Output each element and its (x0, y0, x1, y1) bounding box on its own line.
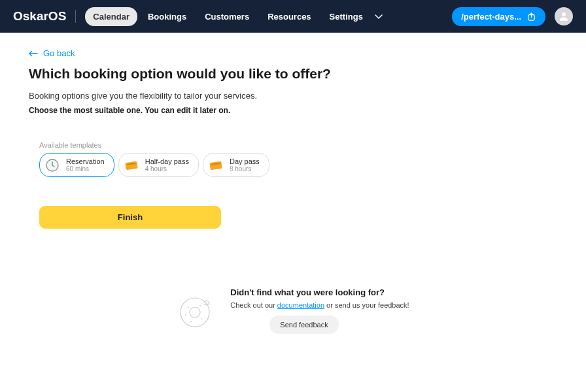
feedback-right: Didn't find what you were looking for? C… (230, 287, 409, 334)
nav-settings[interactable]: Settings (322, 7, 371, 26)
template-day-pass[interactable]: Day pass 8 hours (203, 153, 269, 177)
template-title: Half-day pass (145, 157, 189, 165)
page-note: Choose the most suitable one. You can ed… (29, 106, 557, 115)
svg-rect-5 (209, 161, 222, 169)
feedback-title: Didn't find what you were looking for? (230, 287, 385, 297)
share-link-button[interactable]: /perfect-days... (452, 7, 545, 26)
template-texts: Reservation 60 mins (66, 157, 105, 172)
template-title: Day pass (230, 157, 260, 165)
feedback-text: Check out our documentation or send us y… (230, 301, 409, 309)
svg-rect-3 (125, 161, 137, 169)
arrow-left-icon (29, 50, 38, 57)
page-subtitle: Booking options give you the flexibility… (29, 91, 557, 101)
nav-customers[interactable]: Customers (197, 7, 257, 26)
documentation-link[interactable]: documentation (277, 301, 324, 309)
template-reservation[interactable]: Reservation 60 mins (39, 153, 114, 177)
main-nav: Calendar Bookings Customers Resources Se… (85, 7, 385, 26)
feedback-suffix: or send us your feedback! (324, 301, 409, 309)
main-content: Go back Which booking option would you l… (0, 33, 586, 350)
nav-calendar[interactable]: Calendar (85, 7, 137, 26)
feedback-section: Didn't find what you were looking for? C… (29, 287, 557, 334)
go-back-label: Go back (43, 48, 75, 58)
svg-point-10 (199, 305, 201, 306)
ticket-icon (124, 158, 139, 172)
nav-bookings[interactable]: Bookings (140, 7, 194, 26)
share-icon (526, 12, 536, 22)
header: OskarOS Calendar Bookings Customers Reso… (0, 0, 586, 33)
template-title: Reservation (66, 157, 105, 165)
svg-point-11 (185, 314, 186, 316)
template-half-day-pass[interactable]: Half-day pass 4 hours (118, 153, 199, 177)
avatar[interactable] (555, 7, 573, 25)
feedback-prefix: Check out our (230, 301, 277, 309)
template-sub: 8 hours (230, 165, 260, 172)
svg-point-1 (562, 12, 566, 16)
header-divider (75, 10, 76, 23)
donut-illustration (177, 293, 217, 329)
page-title: Which booking option would you like to o… (29, 66, 557, 82)
clock-icon (45, 158, 60, 172)
svg-point-7 (181, 298, 209, 327)
finish-button[interactable]: Finish (39, 206, 221, 229)
template-sub: 4 hours (145, 165, 189, 172)
go-back-link[interactable]: Go back (29, 48, 557, 58)
logo[interactable]: OskarOS (13, 9, 66, 24)
svg-point-8 (190, 307, 200, 318)
send-feedback-button[interactable]: Send feedback (269, 316, 338, 334)
nav-resources[interactable]: Resources (260, 7, 319, 26)
svg-point-9 (188, 306, 189, 308)
share-link-label: /perfect-days... (461, 12, 521, 22)
header-left: OskarOS Calendar Bookings Customers Reso… (13, 7, 385, 26)
templates-heading: Available templates (39, 141, 557, 149)
templates-row: Reservation 60 mins Half-day pass 4 hour… (39, 153, 557, 177)
header-right: /perfect-days... (452, 7, 573, 26)
template-sub: 60 mins (66, 165, 105, 172)
template-texts: Half-day pass 4 hours (145, 157, 189, 172)
chevron-down-icon[interactable] (372, 8, 385, 25)
template-texts: Day pass 8 hours (230, 157, 260, 172)
ticket-icon (209, 158, 223, 172)
svg-point-12 (201, 318, 202, 319)
svg-point-13 (190, 321, 192, 322)
